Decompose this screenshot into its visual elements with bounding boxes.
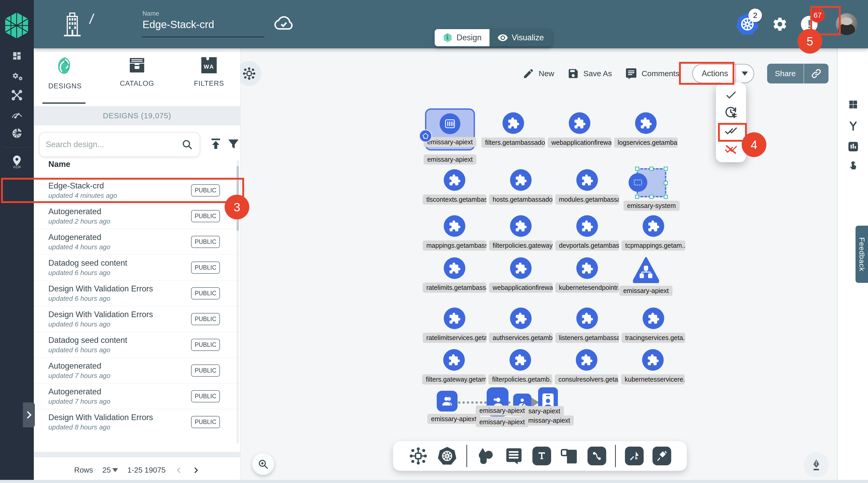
next-page-icon[interactable] [192,466,200,474]
design-list-item[interactable]: Datadog seed content updated 6 hours ago… [34,332,240,357]
text-tool-icon[interactable] [532,447,551,465]
meshery-design-icon [442,32,453,43]
component-node[interactable]: modules.getambassa... [554,169,620,205]
component-node[interactable]: filters.getambassador... [480,112,547,148]
resize-handle[interactable] [664,181,668,185]
endpoint-triangle-node[interactable]: emissary-apiext [629,256,663,296]
component-node[interactable]: mappings.getambass... [422,215,488,250]
performance-gauge-icon[interactable] [0,109,34,120]
component-label: listeners.getambassa... [555,333,619,343]
interaction-touch-icon[interactable] [838,160,868,171]
freehand-draw-tool-icon[interactable] [652,447,671,465]
design-list-item[interactable]: Datadog seed content updated 6 hours ago… [34,254,240,280]
feedback-tab[interactable]: Feedback [856,225,868,283]
rows-per-page-select[interactable]: 25 [102,466,118,475]
organization-icon[interactable] [61,11,84,36]
component-node[interactable]: filterpolicies.gateway.... [488,215,554,250]
resize-handle[interactable] [635,167,639,171]
save-as-button[interactable]: Save As [567,68,612,80]
shapes-tool-icon[interactable] [476,446,495,465]
components-grid-icon[interactable] [838,99,868,110]
resize-handle[interactable] [664,195,668,199]
share-split-button[interactable]: Share [767,64,829,84]
component-label: filters.gateway.getam... [422,374,486,385]
component-node[interactable]: consulresolvers.geta... [553,349,620,385]
component-node[interactable]: hosts.getambassador... [488,169,554,205]
component-node[interactable]: webapplicationfirewa... [488,258,554,293]
pen-mode-button[interactable] [804,452,829,477]
import-design-icon[interactable] [209,137,223,151]
pen-select-tool-icon[interactable] [625,447,644,465]
component-node[interactable]: devportals.getambas... [554,215,620,250]
lifecycle-gears-icon[interactable] [0,70,34,82]
component-node[interactable]: webapplicationfirewa... [547,112,613,148]
design-list-item[interactable]: Design With Validation Errors updated 6 … [34,306,240,332]
actions-dropdown-toggle[interactable] [736,71,754,76]
kubernetes-tool-icon[interactable] [437,446,458,466]
extensions-icon[interactable] [0,127,34,139]
meshery-logo[interactable] [5,12,29,39]
dry-run-icon[interactable] [724,105,738,119]
component-node[interactable]: kubernetesservicere... [620,349,686,385]
comment-tool-icon[interactable] [504,446,524,465]
link-tool-icon[interactable] [588,447,606,465]
component-node[interactable]: authservices.getamb... [488,307,554,343]
component-node[interactable]: ratelimitservices.geta... [422,307,488,343]
copy-link-button[interactable] [804,68,829,79]
component-node[interactable]: listeners.getambassa... [554,307,620,343]
rbac-node-label: emissary-apiext [521,415,574,426]
node-shape-badge[interactable] [419,129,432,143]
relationships-icon[interactable] [838,121,868,131]
annotation-box-design-row [1,178,244,203]
crd-component-icon [444,169,465,191]
configuration-tools-icon[interactable] [0,89,34,101]
design-name-input[interactable]: Edge-Stack-crd [143,19,214,30]
design-list-item[interactable]: Design With Validation Errors updated 8 … [34,409,240,435]
component-node[interactable]: filters.gateway.getam... [421,349,487,385]
zoom-button[interactable] [252,453,274,475]
component-node[interactable]: filterpolicies.getamb... [487,349,553,385]
node-label: emissary-apiext [619,286,672,296]
design-list-item[interactable]: Autogenerated updated 4 hours ago PUBLIC [34,229,240,254]
container-icon [440,113,460,134]
component-node[interactable]: logservices.getamba... [613,112,679,148]
component-node[interactable]: ratelimits.getambassa... [422,258,488,293]
design-list-item[interactable]: Autogenerated updated 7 hours ago PUBLIC [34,357,240,383]
sidebar-expand-button[interactable] [23,402,35,427]
design-updated: updated 7 hours ago [48,397,111,405]
tab-visualize[interactable]: Visualize [490,29,552,46]
dashboard-icon[interactable] [0,51,34,61]
metrics-icon[interactable] [838,141,868,152]
tab-catalog[interactable]: CATALOG [106,56,168,88]
undeploy-icon[interactable] [724,142,738,156]
service-account-node[interactable] [437,391,458,412]
design-list-item[interactable]: Autogenerated updated 2 hours ago PUBLIC [34,203,240,229]
design-list-item[interactable]: Autogenerated updated 7 hours ago PUBLIC [34,383,240,409]
validate-check-icon[interactable] [724,88,738,101]
component-node[interactable]: tcpmappings.getam... [620,215,687,250]
prev-page-icon[interactable] [175,466,183,474]
note-tool-icon[interactable] [560,447,579,465]
resize-handle[interactable] [649,195,654,199]
filter-icon[interactable] [226,137,241,151]
component-row-2: tlscontexts.getambas... hosts.getambassa… [422,169,620,205]
new-design-button[interactable]: New [523,68,554,80]
settings-gear-icon[interactable] [772,16,788,32]
resize-handle[interactable] [635,195,639,199]
tab-filters[interactable]: WA FILTERS [178,56,240,88]
component-tool-icon[interactable] [409,446,428,465]
selected-node-emissary-apiext[interactable]: emissary-apiext [425,109,475,151]
comments-button[interactable]: Comments [625,67,679,80]
location-pin-icon[interactable] [0,155,34,169]
kubernetes-context-button[interactable]: 2 [735,12,760,37]
component-node[interactable]: kubernetesendpointr... [554,258,620,293]
component-node[interactable]: tracingservices.geta... [620,307,687,343]
resize-handle[interactable] [664,167,668,171]
search-design-input[interactable]: Search design... [39,132,200,157]
tab-design[interactable]: Design [435,29,490,46]
component-node[interactable]: tlscontexts.getambas... [422,169,488,205]
resize-handle[interactable] [649,167,654,171]
magnifier-icon [257,458,269,470]
tab-designs[interactable]: DESIGNS [34,56,96,90]
design-list-item[interactable]: Design With Validation Errors updated 6 … [34,280,240,306]
